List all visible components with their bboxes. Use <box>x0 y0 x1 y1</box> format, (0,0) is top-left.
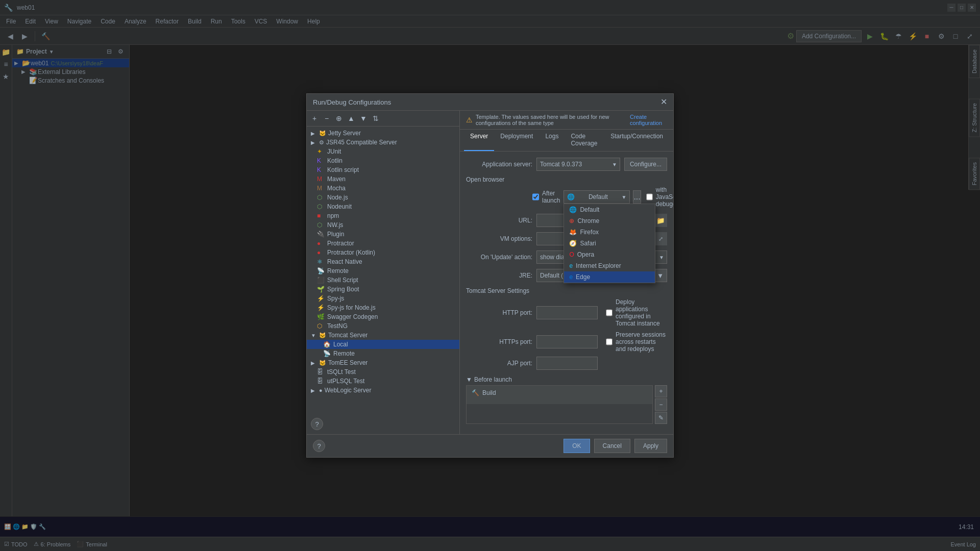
config-item-kotlin[interactable]: K Kotlin <box>307 156 459 165</box>
remote-icon: 📡 <box>317 267 325 274</box>
after-launch-checkbox[interactable] <box>532 193 539 201</box>
add-config-list-button[interactable]: + <box>309 113 320 124</box>
weblogic-icon: ● <box>319 387 323 393</box>
config-item-testng[interactable]: ⬡ TestNG <box>307 321 459 331</box>
tab-deployment[interactable]: Deployment <box>494 130 539 151</box>
browser-option-firefox[interactable]: 🦊 Firefox <box>564 227 655 238</box>
shell-icon: ⬛ <box>317 277 325 284</box>
jre-expand-button[interactable]: ▼ <box>654 269 667 282</box>
form-area: Application server: Tomcat 9.0.373 ▼ Con… <box>460 152 673 434</box>
cancel-button[interactable]: Cancel <box>594 439 630 453</box>
config-item-plugin[interactable]: 🔌 Plugin <box>307 230 459 239</box>
config-item-utplsql[interactable]: 🗄 utPLSQL Test <box>307 377 459 386</box>
config-item-spring-boot[interactable]: 🌱 Spring Boot <box>307 285 459 294</box>
jetty-label: Jetty Server <box>328 130 361 137</box>
footer-left: ? <box>313 440 325 452</box>
config-item-protractor[interactable]: ● Protractor <box>307 239 459 248</box>
help-button[interactable]: ? <box>311 418 323 430</box>
config-item-nodejs[interactable]: ⬡ Node.js <box>307 193 459 202</box>
js-debugger-checkbox[interactable] <box>646 193 653 201</box>
tab-server[interactable]: Server <box>464 130 494 151</box>
config-item-protractor-kotlin[interactable]: ● Protractor (Kotlin) <box>307 248 459 257</box>
browser-option-edge[interactable]: e Edge <box>564 271 655 283</box>
firefox-label: Firefox <box>580 229 599 236</box>
config-item-swagger[interactable]: 🌿 Swagger Codegen <box>307 312 459 321</box>
preserve-sessions-checkbox[interactable] <box>606 338 612 345</box>
create-config-link[interactable]: Create configuration <box>630 114 667 126</box>
dialog-title-bar: Run/Debug Configurations ✕ <box>307 94 673 111</box>
browser-dropdown-popup: 🌐 Default ⊕ Chrome 🦊 F <box>564 204 655 283</box>
browser-option-opera[interactable]: O Opera <box>564 249 655 260</box>
https-port-label: HTTPs port: <box>466 338 532 345</box>
config-item-shell[interactable]: ⬛ Shell Script <box>307 276 459 285</box>
config-item-npm[interactable]: ■ npm <box>307 211 459 220</box>
https-port-input[interactable] <box>536 335 598 348</box>
before-launch-list: 🔨 Build <box>467 386 652 404</box>
config-item-maven[interactable]: M Maven <box>307 174 459 184</box>
config-detail: ⚠ Template. The values saved here will b… <box>460 111 673 434</box>
dialog-close-button[interactable]: ✕ <box>660 98 667 106</box>
config-item-tomcat-local[interactable]: 🏠 Local <box>307 340 459 349</box>
tomcat-local-label: Local <box>333 341 348 348</box>
kotlin-icon: K <box>317 157 325 164</box>
move-down-button[interactable]: ▼ <box>358 113 369 124</box>
config-item-nwjs[interactable]: ⬡ NW.js <box>307 220 459 230</box>
dialog-overlay: Run/Debug Configurations ✕ + − ⊕ ▲ ▼ ⇅ <box>0 0 980 551</box>
config-item-tomcat-remote[interactable]: 📡 Remote <box>307 349 459 358</box>
warning-banner: ⚠ Template. The values saved here will b… <box>460 111 673 130</box>
config-group-jetty[interactable]: ▶ 🐱 Jetty Server <box>307 129 459 138</box>
browser-option-chrome[interactable]: ⊕ Chrome <box>564 215 655 227</box>
app-server-label: Application server: <box>466 161 532 168</box>
tab-startup-connection[interactable]: Startup/Connection <box>604 130 669 151</box>
config-item-remote[interactable]: 📡 Remote <box>307 266 459 276</box>
url-browse-button[interactable]: 📁 <box>654 214 667 227</box>
config-group-weblogic[interactable]: ▶ ● WebLogic Server <box>307 386 459 395</box>
browser-option-default[interactable]: 🌐 Default <box>564 204 655 215</box>
before-launch-add-button[interactable]: + <box>655 385 667 397</box>
config-group-jsr45[interactable]: ▶ ⚙ JSR45 Compatible Server <box>307 138 459 147</box>
configure-server-button[interactable]: Configure... <box>624 158 667 171</box>
deploy-apps-checkbox[interactable] <box>606 309 612 316</box>
config-item-tsqlt[interactable]: 🗄 tSQLt Test <box>307 367 459 377</box>
http-port-input[interactable]: 8080 <box>536 306 598 319</box>
config-item-spyjs[interactable]: ⚡ Spy-js <box>307 294 459 303</box>
config-group-tomee[interactable]: ▶ 🐱 TomEE Server <box>307 358 459 367</box>
ok-button[interactable]: OK <box>564 439 590 453</box>
before-launch-remove-button[interactable]: − <box>655 398 667 411</box>
browser-option-ie[interactable]: e Internet Explorer <box>564 260 655 271</box>
before-launch-title: Before launch <box>474 376 512 383</box>
vm-options-expand-button[interactable]: ⤢ <box>654 232 667 245</box>
apply-button[interactable]: Apply <box>634 439 667 453</box>
before-launch-header[interactable]: ▼ Before launch <box>466 374 667 385</box>
config-item-junit[interactable]: ✦ JUnit <box>307 147 459 156</box>
tomcat-remote-icon: 📡 <box>323 350 331 357</box>
app-server-select[interactable]: Tomcat 9.0.373 <box>536 158 620 171</box>
tab-logs[interactable]: Logs <box>539 130 565 151</box>
config-item-spyjs-nodejs[interactable]: ⚡ Spy-js for Node.js <box>307 303 459 312</box>
nodeunit-label: Nodeunit <box>327 203 352 210</box>
ajp-port-input[interactable] <box>536 357 598 370</box>
sort-config-button[interactable]: ⇅ <box>370 113 381 124</box>
remove-config-button[interactable]: − <box>321 113 332 124</box>
copy-config-button[interactable]: ⊕ <box>333 113 345 124</box>
browser-more-button[interactable]: ... <box>633 190 641 204</box>
nodejs-label: Node.js <box>327 194 348 201</box>
config-group-tomcat[interactable]: ▼ 🐱 Tomcat Server <box>307 331 459 340</box>
testng-icon: ⬡ <box>317 322 325 330</box>
opera-icon: O <box>569 251 574 258</box>
spyjs-nodejs-label: Spy-js for Node.js <box>327 304 376 311</box>
config-item-kotlinscript[interactable]: K Kotlin script <box>307 165 459 174</box>
browser-select-display[interactable]: 🌐 Default ▼ <box>564 190 630 204</box>
dialog-footer: ? OK Cancel Apply <box>307 434 673 457</box>
config-item-mocha[interactable]: M Mocha <box>307 184 459 193</box>
swagger-icon: 🌿 <box>317 313 325 320</box>
dialog-help-button[interactable]: ? <box>313 440 325 452</box>
react-native-icon: ⚛ <box>317 258 325 265</box>
browser-option-safari[interactable]: 🧭 Safari <box>564 238 655 249</box>
before-launch-edit-button[interactable]: ✎ <box>655 412 667 424</box>
config-item-react-native[interactable]: ⚛ React Native <box>307 257 459 266</box>
config-item-nodeunit[interactable]: ⬡ Nodeunit <box>307 202 459 211</box>
deploy-apps-label: Deploy applications configured in Tomcat… <box>616 298 667 327</box>
move-up-button[interactable]: ▲ <box>346 113 357 124</box>
tab-code-coverage[interactable]: Code Coverage <box>565 130 604 151</box>
